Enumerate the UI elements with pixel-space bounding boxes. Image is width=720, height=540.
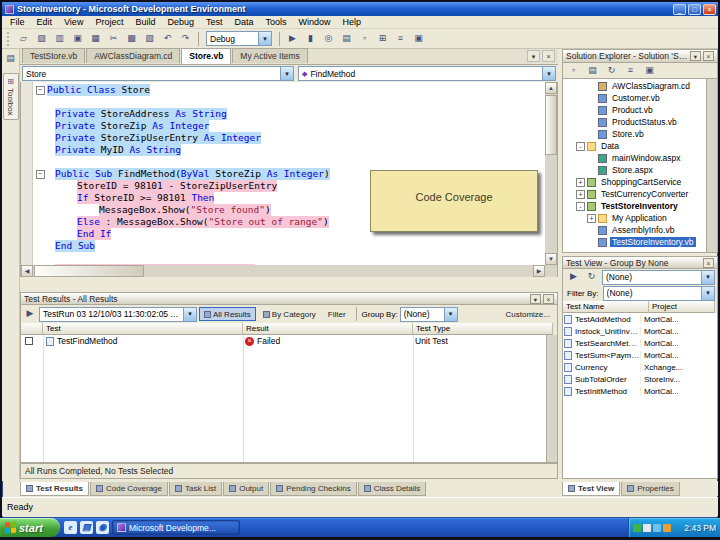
panel-tab-output[interactable]: Output bbox=[223, 482, 269, 496]
menu-item-file[interactable]: File bbox=[4, 16, 31, 28]
scroll-down-icon[interactable]: ▼ bbox=[545, 253, 557, 265]
fold-toggle-icon[interactable]: − bbox=[36, 86, 45, 95]
view-code-icon[interactable]: ≡ bbox=[622, 63, 639, 79]
server-explorer-icon[interactable]: ▤ bbox=[4, 52, 18, 66]
chevron-down-icon[interactable]: ▾ bbox=[258, 32, 271, 45]
show-all-files-icon[interactable]: ▤ bbox=[584, 63, 601, 79]
chevron-down-icon[interactable]: ▾ bbox=[701, 287, 714, 300]
menu-item-edit[interactable]: Edit bbox=[31, 16, 59, 28]
scroll-up-icon[interactable]: ▲ bbox=[545, 82, 557, 94]
panel-tab-task-list[interactable]: Task List bbox=[169, 482, 222, 496]
menu-item-data[interactable]: Data bbox=[228, 16, 259, 28]
test-view-row[interactable]: Instock_UnitInventoryMortCal... bbox=[563, 325, 717, 337]
properties-icon[interactable]: ▫ bbox=[565, 63, 582, 79]
close-panel-icon[interactable]: × bbox=[543, 294, 554, 304]
filter-dropdown[interactable]: (None) ▾ bbox=[603, 286, 715, 301]
break-icon[interactable]: ▮ bbox=[302, 31, 319, 47]
column-header[interactable]: Project bbox=[649, 301, 715, 313]
menu-item-help[interactable]: Help bbox=[337, 16, 368, 28]
scrollbar-thumb[interactable] bbox=[34, 265, 144, 277]
chevron-down-icon[interactable]: ▾ bbox=[183, 308, 196, 321]
by-category-button[interactable]: By Category bbox=[258, 307, 321, 321]
new-project-icon[interactable]: ▱ bbox=[15, 31, 32, 47]
refresh-icon[interactable]: ↻ bbox=[583, 269, 600, 285]
test-view-row[interactable]: SubTotalOrderStoreInv... bbox=[563, 373, 717, 385]
filter-button[interactable]: Filter bbox=[323, 307, 351, 321]
test-view-grid[interactable]: TestAddMethodMortCal...Instock_UnitInven… bbox=[562, 313, 718, 479]
tree-item[interactable]: -TestStoreInventory bbox=[563, 200, 706, 212]
panel-tab-class-details[interactable]: Class Details bbox=[358, 482, 427, 496]
group-by-dropdown[interactable]: (None) ▾ bbox=[400, 307, 458, 322]
taskbar-window-button[interactable]: Microsoft Developme... bbox=[112, 520, 240, 535]
solution-explorer-icon[interactable]: ▤ bbox=[338, 31, 355, 47]
volume-icon[interactable] bbox=[643, 524, 651, 532]
menu-item-debug[interactable]: Debug bbox=[161, 16, 200, 28]
start-button[interactable]: start bbox=[0, 518, 60, 537]
column-header[interactable]: Result bbox=[243, 323, 413, 335]
editor-tab[interactable]: Store.vb bbox=[181, 48, 231, 64]
scrollbar-thumb[interactable] bbox=[545, 95, 557, 155]
copy-icon[interactable]: ▩ bbox=[123, 31, 140, 47]
grid-vertical-scrollbar[interactable] bbox=[546, 335, 557, 462]
expander-icon[interactable]: + bbox=[576, 178, 585, 187]
panel-tab-test-view[interactable]: Test View bbox=[562, 482, 620, 496]
fold-toggle-icon[interactable]: − bbox=[36, 170, 45, 179]
configuration-dropdown[interactable]: Debug ▾ bbox=[206, 31, 272, 46]
expander-icon[interactable]: - bbox=[576, 142, 585, 151]
tree-item[interactable]: +ShoppingCartService bbox=[563, 176, 706, 188]
chevron-down-icon[interactable]: ▾ bbox=[542, 67, 555, 80]
scroll-right-icon[interactable]: ▶ bbox=[533, 265, 545, 277]
tree-item[interactable]: +My Application bbox=[563, 212, 706, 224]
test-run-dropdown[interactable]: TestRun 03 12/10/03 11:30:02:05 AM ▾ bbox=[39, 307, 197, 322]
object-dropdown[interactable]: Store ▾ bbox=[22, 66, 294, 81]
member-dropdown[interactable]: ◆ FindMethod ▾ bbox=[298, 66, 556, 81]
panel-tab-pending-checkins[interactable]: Pending Checkins bbox=[270, 482, 356, 496]
editor-tab[interactable]: My Active Items bbox=[232, 48, 308, 63]
expander-icon[interactable]: + bbox=[576, 190, 585, 199]
add-item-icon[interactable]: ▨ bbox=[33, 31, 50, 47]
cut-icon[interactable]: ✂ bbox=[105, 31, 122, 47]
find-icon[interactable]: ◎ bbox=[320, 31, 337, 47]
view-designer-icon[interactable]: ▣ bbox=[641, 63, 658, 79]
solution-explorer-tree[interactable]: ·AWClassDiagram.cd·Customer.vb·Product.v… bbox=[562, 78, 718, 253]
tree-item[interactable]: -Data bbox=[563, 140, 706, 152]
media-player-icon[interactable]: ◉ bbox=[96, 521, 109, 534]
test-result-row[interactable]: TestFindMethod×FailedUnit Test bbox=[21, 335, 557, 347]
window-menu-icon[interactable]: ▾ bbox=[530, 294, 541, 304]
panel-tab-code-coverage[interactable]: Code Coverage bbox=[90, 482, 168, 496]
tree-item[interactable]: ·TestStoreInventory.vb bbox=[563, 236, 706, 248]
tree-item[interactable]: ·mainWindow.aspx bbox=[563, 152, 706, 164]
save-all-icon[interactable]: ▦ bbox=[87, 31, 104, 47]
expander-icon[interactable]: + bbox=[587, 214, 596, 223]
toolbox-tab[interactable]: ⊞ Toolbox bbox=[3, 73, 19, 120]
indicator-margin[interactable] bbox=[21, 82, 33, 265]
show-desktop-icon[interactable]: ▤ bbox=[80, 521, 93, 534]
editor-tab[interactable]: AWClassDiagram.cd bbox=[86, 48, 180, 63]
menu-item-view[interactable]: View bbox=[58, 16, 89, 28]
undo-icon[interactable]: ↶ bbox=[159, 31, 176, 47]
tree-item[interactable]: ·Product.vb bbox=[563, 104, 706, 116]
toolbar-grip[interactable] bbox=[7, 32, 11, 46]
network-icon[interactable] bbox=[653, 524, 661, 532]
tree-item[interactable]: +TestCurrencyConverter bbox=[563, 188, 706, 200]
test-view-row[interactable]: TestSum<PaymentTMortCal... bbox=[563, 349, 717, 361]
run-tests-icon[interactable]: ▶ bbox=[23, 306, 37, 322]
close-panel-icon[interactable]: × bbox=[703, 51, 714, 61]
tree-item[interactable]: ·AWClassDiagram.cd bbox=[563, 80, 706, 92]
expander-icon[interactable]: - bbox=[576, 202, 585, 211]
test-results-grid[interactable]: TestFindMethod×FailedUnit Test bbox=[20, 335, 558, 463]
menu-item-tools[interactable]: Tools bbox=[259, 16, 292, 28]
other-windows-icon[interactable]: ▣ bbox=[410, 31, 427, 47]
toolbox-icon[interactable]: ⊞ bbox=[374, 31, 391, 47]
close-button[interactable]: × bbox=[703, 4, 716, 15]
test-view-row[interactable]: CurrencyXchange... bbox=[563, 361, 717, 373]
menu-item-window[interactable]: Window bbox=[293, 16, 337, 28]
auto-hide-icon[interactable]: ▾ bbox=[690, 51, 701, 61]
redo-icon[interactable]: ↷ bbox=[177, 31, 194, 47]
refresh-icon[interactable]: ↻ bbox=[603, 63, 620, 79]
editor-horizontal-scrollbar[interactable]: ◀ ▶ bbox=[21, 265, 545, 277]
tree-item[interactable]: ·AssemblyInfo.vb bbox=[563, 224, 706, 236]
open-file-icon[interactable]: ▥ bbox=[51, 31, 68, 47]
chevron-down-icon[interactable]: ▾ bbox=[444, 308, 457, 321]
column-header[interactable]: Test Type bbox=[413, 323, 553, 335]
